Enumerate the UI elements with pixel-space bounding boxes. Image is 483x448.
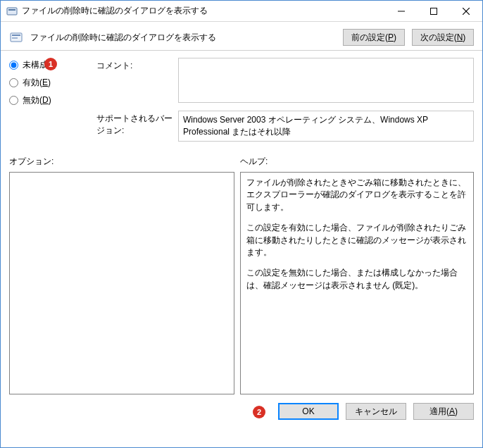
radio-enabled-input[interactable] xyxy=(9,78,18,87)
window-controls xyxy=(385,1,482,21)
cancel-button[interactable]: キャンセル xyxy=(346,403,406,420)
config-area: 未構成 1 有効(E) 無効(D) コメント: サポートされるバージョン: Wi… xyxy=(1,51,482,146)
help-label: ヘルプ: xyxy=(240,156,474,168)
header: ファイルの削除時に確認のダイアログを表示する 前の設定(P) 次の設定(N) xyxy=(1,22,482,50)
app-icon xyxy=(6,6,18,17)
supported-versions: Windows Server 2003 オペレーティング システム、Window… xyxy=(178,111,474,142)
svg-rect-1 xyxy=(8,9,15,11)
options-pane[interactable] xyxy=(9,172,234,394)
svg-rect-0 xyxy=(7,8,17,15)
help-paragraph: この設定を有効にした場合、ファイルが削除されたりごみ箱に移動されたりしたときに確… xyxy=(246,222,468,259)
svg-rect-7 xyxy=(12,35,20,36)
radio-enabled[interactable]: 有効(E) xyxy=(9,77,94,89)
previous-setting-button[interactable]: 前の設定(P) xyxy=(343,29,405,46)
radio-enabled-label: 有効(E) xyxy=(23,77,51,89)
cancel-label: キャンセル xyxy=(355,406,397,416)
annotation-badge-1: 1 xyxy=(44,58,57,70)
maximize-button[interactable] xyxy=(418,1,450,21)
ok-label: OK xyxy=(302,406,314,416)
header-title: ファイルの削除時に確認のダイアログを表示する xyxy=(30,32,336,44)
radio-disabled[interactable]: 無効(D) xyxy=(9,94,94,106)
svg-rect-8 xyxy=(12,37,18,39)
supported-label: サポートされるバージョン: xyxy=(96,111,175,137)
pane-labels: オプション: ヘルプ: xyxy=(1,146,482,172)
ok-button[interactable]: OK xyxy=(278,403,339,420)
comment-textarea[interactable] xyxy=(178,58,474,103)
svg-rect-3 xyxy=(431,8,437,14)
radio-not-configured[interactable]: 未構成 1 xyxy=(9,59,94,71)
radio-disabled-label: 無効(D) xyxy=(23,94,51,106)
help-paragraph: ファイルが削除されたときやごみ箱に移動されたときに、エクスプローラーが確認のダイ… xyxy=(246,177,468,213)
radio-disabled-input[interactable] xyxy=(9,96,18,105)
apply-button[interactable]: 適用(A) xyxy=(413,403,474,420)
supported-versions-text: Windows Server 2003 オペレーティング システム、Window… xyxy=(183,114,469,138)
window-title: ファイルの削除時に確認のダイアログを表示する xyxy=(22,5,385,17)
annotation-badge-2: 2 xyxy=(253,406,265,418)
help-paragraph: この設定を無効にした場合、または構成しなかった場合は、確認メッセージは表示されま… xyxy=(246,267,468,292)
titlebar: ファイルの削除時に確認のダイアログを表示する xyxy=(1,1,482,22)
radio-not-configured-input[interactable] xyxy=(9,61,18,70)
comment-label: コメント: xyxy=(96,58,175,72)
minimize-button[interactable] xyxy=(385,1,418,21)
policy-icon xyxy=(9,30,23,44)
option-label: オプション: xyxy=(9,156,240,168)
footer: 2 OK キャンセル 適用(A) xyxy=(1,394,482,428)
state-radio-group: 未構成 1 有効(E) 無効(D) xyxy=(9,58,94,106)
close-button[interactable] xyxy=(450,1,482,21)
next-setting-button[interactable]: 次の設定(N) xyxy=(412,29,474,46)
help-pane[interactable]: ファイルが削除されたときやごみ箱に移動されたときに、エクスプローラーが確認のダイ… xyxy=(240,172,474,394)
panes: ファイルが削除されたときやごみ箱に移動されたときに、エクスプローラーが確認のダイ… xyxy=(1,172,482,394)
